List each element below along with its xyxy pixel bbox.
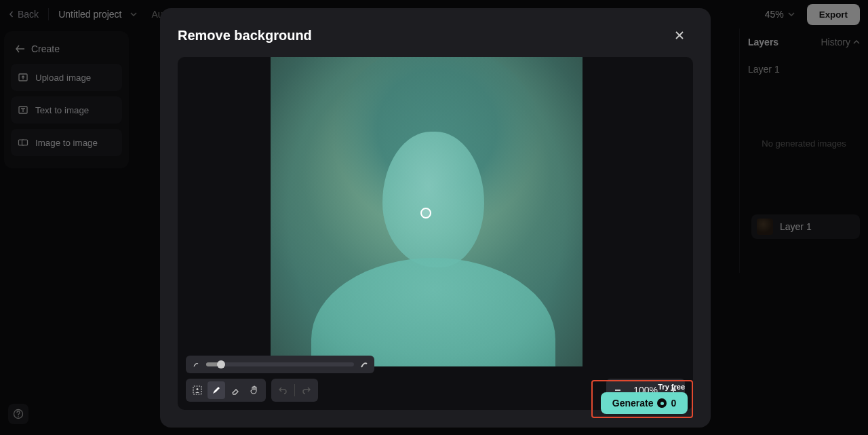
generate-button[interactable]: Generate 0 [601, 392, 688, 414]
brush-tool[interactable] [208, 381, 225, 399]
eraser-tool[interactable] [226, 381, 244, 399]
close-icon [674, 30, 685, 41]
brush-size-slider[interactable] [186, 356, 374, 373]
redo-icon [301, 385, 312, 396]
redo-button[interactable] [298, 381, 315, 399]
hand-icon [249, 385, 260, 396]
auto-select-tool[interactable] [189, 381, 206, 399]
credit-icon [657, 398, 667, 408]
history-tools [271, 379, 318, 402]
generate-label: Generate [612, 398, 654, 409]
mask-tools [186, 379, 266, 402]
brush-icon [211, 385, 222, 396]
tool-row [186, 379, 318, 402]
eraser-icon [230, 385, 241, 396]
brush-large-icon [359, 360, 369, 369]
canvas-area[interactable]: 100% [178, 57, 693, 410]
person-select-icon [192, 385, 203, 396]
generate-cta-highlight: Try free Generate 0 [591, 380, 693, 418]
close-button[interactable] [674, 26, 693, 45]
slider-track[interactable] [206, 362, 354, 366]
remove-background-modal: Remove background [160, 8, 711, 428]
undo-icon [277, 385, 288, 396]
svg-point-6 [197, 388, 199, 390]
brush-cursor [420, 208, 431, 219]
modal-title: Remove background [178, 28, 312, 43]
slider-thumb[interactable] [217, 360, 225, 368]
try-free-label: Try free [658, 383, 685, 391]
credit-cost: 0 [671, 398, 676, 409]
undo-button[interactable] [274, 381, 292, 399]
pan-tool[interactable] [245, 381, 263, 399]
brush-small-icon [191, 360, 201, 368]
